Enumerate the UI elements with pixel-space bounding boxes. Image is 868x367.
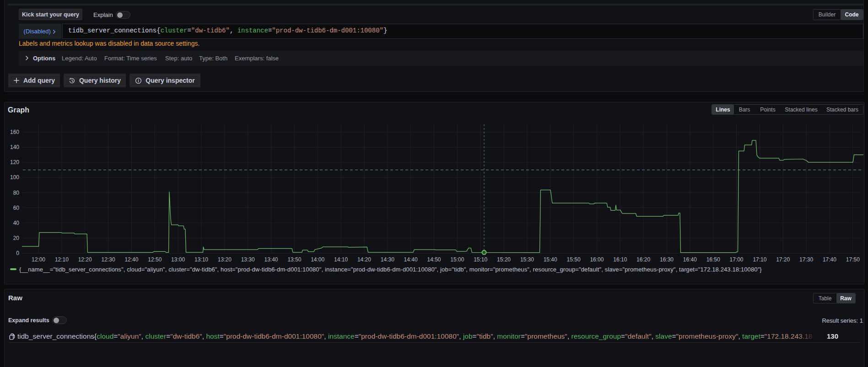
svg-text:14:10: 14:10	[334, 256, 348, 263]
svg-text:12:10: 12:10	[55, 256, 69, 263]
svg-text:100: 100	[10, 174, 19, 181]
svg-text:16:40: 16:40	[683, 256, 697, 263]
svg-text:0: 0	[16, 250, 19, 256]
svg-text:12:50: 12:50	[148, 256, 162, 263]
svg-text:13:30: 13:30	[241, 256, 255, 263]
svg-text:15:00: 15:00	[450, 256, 464, 263]
svg-text:17:00: 17:00	[729, 256, 743, 263]
svg-text:15:30: 15:30	[520, 256, 534, 263]
svg-text:16:50: 16:50	[706, 256, 720, 263]
svg-text:15:40: 15:40	[544, 256, 557, 263]
svg-text:13:40: 13:40	[264, 256, 278, 263]
svg-text:15:50: 15:50	[567, 256, 581, 263]
svg-text:60: 60	[13, 205, 20, 211]
svg-text:16:30: 16:30	[660, 256, 674, 263]
svg-text:15:10: 15:10	[474, 256, 487, 263]
svg-text:14:30: 14:30	[381, 256, 394, 263]
svg-text:12:00: 12:00	[32, 256, 45, 263]
svg-text:17:50: 17:50	[846, 256, 860, 263]
svg-text:12:20: 12:20	[78, 256, 92, 263]
svg-text:14:00: 14:00	[311, 256, 324, 263]
svg-text:120: 120	[10, 159, 19, 165]
svg-text:16:00: 16:00	[590, 256, 604, 263]
svg-text:13:50: 13:50	[287, 256, 301, 263]
svg-text:14:50: 14:50	[427, 256, 441, 263]
svg-text:12:30: 12:30	[102, 256, 115, 263]
svg-text:13:20: 13:20	[218, 256, 232, 263]
svg-text:13:10: 13:10	[194, 256, 208, 263]
svg-text:17:40: 17:40	[823, 256, 836, 263]
svg-text:12:40: 12:40	[124, 256, 138, 263]
svg-text:140: 140	[10, 144, 19, 150]
svg-text:14:20: 14:20	[357, 256, 371, 263]
svg-text:15:20: 15:20	[497, 256, 511, 263]
svg-text:17:20: 17:20	[776, 256, 790, 263]
svg-text:40: 40	[13, 220, 20, 226]
svg-text:17:10: 17:10	[753, 256, 766, 263]
svg-text:16:10: 16:10	[613, 256, 627, 263]
svg-text:80: 80	[13, 190, 20, 196]
svg-text:17:30: 17:30	[799, 256, 813, 263]
svg-text:13:00: 13:00	[171, 256, 185, 263]
svg-text:16:20: 16:20	[636, 256, 650, 263]
svg-text:160: 160	[10, 129, 19, 135]
svg-text:14:40: 14:40	[404, 256, 418, 263]
svg-text:20: 20	[13, 235, 20, 241]
